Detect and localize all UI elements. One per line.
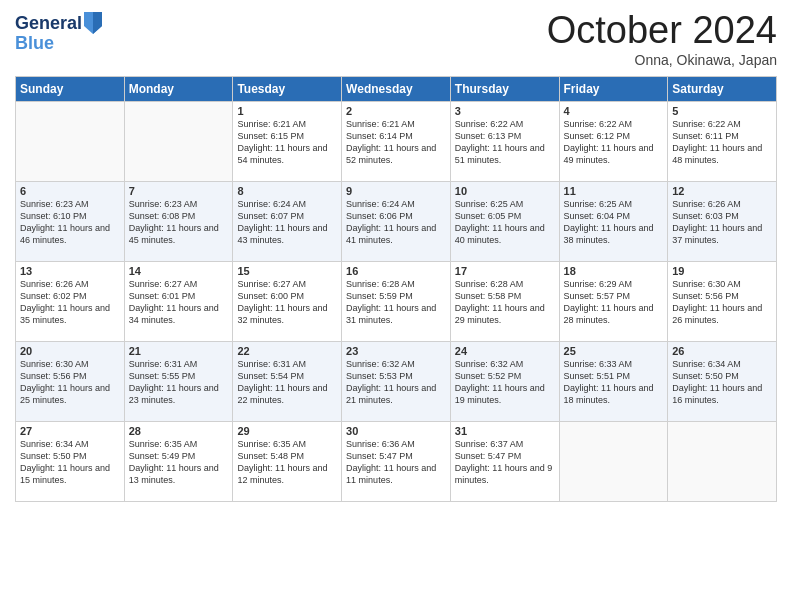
calendar-cell: 26Sunrise: 6:34 AM Sunset: 5:50 PM Dayli…	[668, 341, 777, 421]
day-info: Sunrise: 6:31 AM Sunset: 5:55 PM Dayligh…	[129, 358, 229, 407]
day-number: 28	[129, 425, 229, 437]
day-info: Sunrise: 6:32 AM Sunset: 5:52 PM Dayligh…	[455, 358, 555, 407]
day-number: 23	[346, 345, 446, 357]
calendar-cell: 9Sunrise: 6:24 AM Sunset: 6:06 PM Daylig…	[342, 181, 451, 261]
calendar-cell: 4Sunrise: 6:22 AM Sunset: 6:12 PM Daylig…	[559, 101, 668, 181]
day-number: 4	[564, 105, 664, 117]
day-number: 2	[346, 105, 446, 117]
weekday-header-tuesday: Tuesday	[233, 76, 342, 101]
calendar-cell: 8Sunrise: 6:24 AM Sunset: 6:07 PM Daylig…	[233, 181, 342, 261]
day-number: 27	[20, 425, 120, 437]
week-row-0: 1Sunrise: 6:21 AM Sunset: 6:15 PM Daylig…	[16, 101, 777, 181]
day-number: 30	[346, 425, 446, 437]
svg-marker-1	[93, 12, 102, 34]
calendar-cell: 13Sunrise: 6:26 AM Sunset: 6:02 PM Dayli…	[16, 261, 125, 341]
calendar-cell: 11Sunrise: 6:25 AM Sunset: 6:04 PM Dayli…	[559, 181, 668, 261]
day-number: 21	[129, 345, 229, 357]
calendar-cell	[124, 101, 233, 181]
day-info: Sunrise: 6:28 AM Sunset: 5:58 PM Dayligh…	[455, 278, 555, 327]
weekday-header-wednesday: Wednesday	[342, 76, 451, 101]
day-number: 1	[237, 105, 337, 117]
weekday-header-monday: Monday	[124, 76, 233, 101]
logo-blue: Blue	[15, 34, 102, 54]
location: Onna, Okinawa, Japan	[547, 52, 777, 68]
day-info: Sunrise: 6:23 AM Sunset: 6:10 PM Dayligh…	[20, 198, 120, 247]
day-number: 18	[564, 265, 664, 277]
calendar-cell: 31Sunrise: 6:37 AM Sunset: 5:47 PM Dayli…	[450, 421, 559, 501]
day-info: Sunrise: 6:24 AM Sunset: 6:06 PM Dayligh…	[346, 198, 446, 247]
header: General Blue October 2024 Onna, Okinawa,…	[15, 10, 777, 68]
calendar-cell: 14Sunrise: 6:27 AM Sunset: 6:01 PM Dayli…	[124, 261, 233, 341]
calendar-cell: 24Sunrise: 6:32 AM Sunset: 5:52 PM Dayli…	[450, 341, 559, 421]
calendar-cell: 2Sunrise: 6:21 AM Sunset: 6:14 PM Daylig…	[342, 101, 451, 181]
calendar-cell	[16, 101, 125, 181]
day-number: 31	[455, 425, 555, 437]
day-number: 17	[455, 265, 555, 277]
day-number: 22	[237, 345, 337, 357]
day-number: 3	[455, 105, 555, 117]
calendar-cell: 6Sunrise: 6:23 AM Sunset: 6:10 PM Daylig…	[16, 181, 125, 261]
weekday-header-friday: Friday	[559, 76, 668, 101]
day-info: Sunrise: 6:35 AM Sunset: 5:48 PM Dayligh…	[237, 438, 337, 487]
logo-text: General	[15, 14, 82, 34]
week-row-1: 6Sunrise: 6:23 AM Sunset: 6:10 PM Daylig…	[16, 181, 777, 261]
calendar-cell: 7Sunrise: 6:23 AM Sunset: 6:08 PM Daylig…	[124, 181, 233, 261]
day-info: Sunrise: 6:32 AM Sunset: 5:53 PM Dayligh…	[346, 358, 446, 407]
day-number: 6	[20, 185, 120, 197]
day-info: Sunrise: 6:25 AM Sunset: 6:04 PM Dayligh…	[564, 198, 664, 247]
calendar-cell: 22Sunrise: 6:31 AM Sunset: 5:54 PM Dayli…	[233, 341, 342, 421]
weekday-header-sunday: Sunday	[16, 76, 125, 101]
day-number: 12	[672, 185, 772, 197]
calendar-cell: 20Sunrise: 6:30 AM Sunset: 5:56 PM Dayli…	[16, 341, 125, 421]
calendar-cell: 17Sunrise: 6:28 AM Sunset: 5:58 PM Dayli…	[450, 261, 559, 341]
weekday-header-row: SundayMondayTuesdayWednesdayThursdayFrid…	[16, 76, 777, 101]
week-row-3: 20Sunrise: 6:30 AM Sunset: 5:56 PM Dayli…	[16, 341, 777, 421]
day-number: 19	[672, 265, 772, 277]
calendar-cell: 23Sunrise: 6:32 AM Sunset: 5:53 PM Dayli…	[342, 341, 451, 421]
calendar-cell: 28Sunrise: 6:35 AM Sunset: 5:49 PM Dayli…	[124, 421, 233, 501]
day-number: 13	[20, 265, 120, 277]
day-number: 20	[20, 345, 120, 357]
day-info: Sunrise: 6:22 AM Sunset: 6:12 PM Dayligh…	[564, 118, 664, 167]
day-info: Sunrise: 6:27 AM Sunset: 6:00 PM Dayligh…	[237, 278, 337, 327]
calendar-cell: 12Sunrise: 6:26 AM Sunset: 6:03 PM Dayli…	[668, 181, 777, 261]
calendar-cell: 1Sunrise: 6:21 AM Sunset: 6:15 PM Daylig…	[233, 101, 342, 181]
day-info: Sunrise: 6:35 AM Sunset: 5:49 PM Dayligh…	[129, 438, 229, 487]
day-info: Sunrise: 6:29 AM Sunset: 5:57 PM Dayligh…	[564, 278, 664, 327]
day-number: 5	[672, 105, 772, 117]
day-info: Sunrise: 6:22 AM Sunset: 6:11 PM Dayligh…	[672, 118, 772, 167]
day-number: 11	[564, 185, 664, 197]
day-number: 8	[237, 185, 337, 197]
calendar-cell: 3Sunrise: 6:22 AM Sunset: 6:13 PM Daylig…	[450, 101, 559, 181]
day-number: 29	[237, 425, 337, 437]
day-number: 16	[346, 265, 446, 277]
day-info: Sunrise: 6:21 AM Sunset: 6:14 PM Dayligh…	[346, 118, 446, 167]
title-block: October 2024 Onna, Okinawa, Japan	[547, 10, 777, 68]
calendar-cell: 29Sunrise: 6:35 AM Sunset: 5:48 PM Dayli…	[233, 421, 342, 501]
week-row-4: 27Sunrise: 6:34 AM Sunset: 5:50 PM Dayli…	[16, 421, 777, 501]
calendar-table: SundayMondayTuesdayWednesdayThursdayFrid…	[15, 76, 777, 502]
day-info: Sunrise: 6:30 AM Sunset: 5:56 PM Dayligh…	[20, 358, 120, 407]
calendar-cell: 21Sunrise: 6:31 AM Sunset: 5:55 PM Dayli…	[124, 341, 233, 421]
day-info: Sunrise: 6:24 AM Sunset: 6:07 PM Dayligh…	[237, 198, 337, 247]
day-info: Sunrise: 6:36 AM Sunset: 5:47 PM Dayligh…	[346, 438, 446, 487]
calendar-cell: 5Sunrise: 6:22 AM Sunset: 6:11 PM Daylig…	[668, 101, 777, 181]
calendar-cell: 10Sunrise: 6:25 AM Sunset: 6:05 PM Dayli…	[450, 181, 559, 261]
calendar-cell	[668, 421, 777, 501]
weekday-header-saturday: Saturday	[668, 76, 777, 101]
day-number: 26	[672, 345, 772, 357]
day-info: Sunrise: 6:21 AM Sunset: 6:15 PM Dayligh…	[237, 118, 337, 167]
calendar-cell: 15Sunrise: 6:27 AM Sunset: 6:00 PM Dayli…	[233, 261, 342, 341]
day-info: Sunrise: 6:26 AM Sunset: 6:03 PM Dayligh…	[672, 198, 772, 247]
day-info: Sunrise: 6:25 AM Sunset: 6:05 PM Dayligh…	[455, 198, 555, 247]
day-info: Sunrise: 6:30 AM Sunset: 5:56 PM Dayligh…	[672, 278, 772, 327]
calendar-cell: 30Sunrise: 6:36 AM Sunset: 5:47 PM Dayli…	[342, 421, 451, 501]
weekday-header-thursday: Thursday	[450, 76, 559, 101]
day-number: 25	[564, 345, 664, 357]
day-info: Sunrise: 6:22 AM Sunset: 6:13 PM Dayligh…	[455, 118, 555, 167]
logo-icon	[84, 12, 102, 34]
calendar-cell: 19Sunrise: 6:30 AM Sunset: 5:56 PM Dayli…	[668, 261, 777, 341]
calendar-cell	[559, 421, 668, 501]
day-info: Sunrise: 6:26 AM Sunset: 6:02 PM Dayligh…	[20, 278, 120, 327]
calendar-page: General Blue October 2024 Onna, Okinawa,…	[0, 0, 792, 612]
